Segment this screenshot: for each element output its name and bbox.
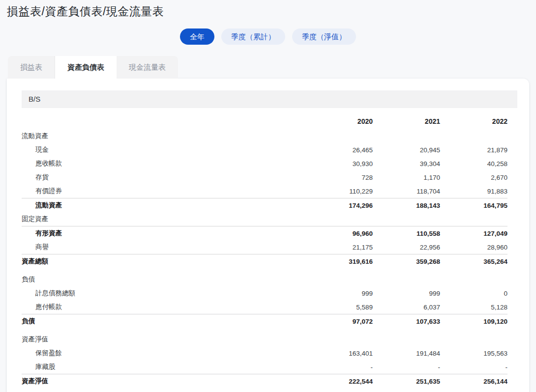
page-title: 損益表/資產負債表/現金流量表 [0,0,536,19]
value-2022: 5,128 [440,304,507,311]
table-row: 負債 [22,273,507,286]
value-2020: 319,616 [305,258,373,265]
value-2020: 21,175 [305,244,373,251]
table-row: 商譽 21,175 22,956 28,960 [22,240,507,254]
tab-income-statement[interactable]: 損益表 [8,56,55,79]
table-row: 資產淨值 [22,333,507,346]
value-2022: - [440,364,507,371]
table-row: 負債 97,072 107,633 109,120 [22,314,507,328]
value-2022: 109,120 [440,318,507,325]
value-2022: 28,960 [440,244,507,251]
table-row: 保留盈餘 163,401 191,484 195,563 [22,346,507,360]
row-label: 庫藏股 [22,363,305,371]
statement-type-bar: B/S [22,90,517,108]
value-2021: 999 [373,290,440,297]
table-row: 現金 26,465 20,945 21,879 [22,143,507,157]
row-label: 存貨 [22,173,305,182]
table-row: 有形資產 96,960 110,558 127,049 [22,226,507,240]
table-row: 資產總額 319,616 359,268 365,264 [22,254,507,268]
value-2020: 5,589 [305,304,373,311]
value-2020: 97,072 [305,318,373,325]
table-row: 存貨 728 1,170 2,670 [22,170,507,184]
row-label: 流動資產 [22,132,305,140]
balance-sheet-table: 2020 2021 2022 流動資產 現金 26,465 20,945 21,… [22,115,517,388]
table-header-row: 2020 2021 2022 [22,115,507,129]
value-2021: 188,143 [373,202,440,209]
table-row: 流動資產 174,296 188,143 164,795 [22,198,507,212]
year-column-header: 2021 [373,117,440,125]
row-label: 資產總額 [22,257,305,266]
value-2022: 40,258 [440,160,507,168]
value-2022: 256,144 [440,378,507,385]
value-2022: 164,795 [440,202,507,209]
table-row: 固定資產 [22,212,507,226]
value-2021: 39,304 [373,160,440,168]
value-2021: 191,484 [373,350,440,357]
period-toggle-full-year[interactable]: 全年 [180,28,214,45]
value-2020: 110,229 [305,188,373,195]
row-label: 應收帳款 [22,159,305,168]
value-2021: 6,037 [373,304,440,311]
row-label: 現金 [22,145,305,154]
value-2020: 26,465 [305,146,373,154]
value-2020: 30,930 [305,160,373,168]
row-label: 應付帳款 [22,303,305,311]
value-2020: 96,960 [305,230,373,237]
row-label: 商譽 [22,243,305,252]
value-2020: 222,544 [305,378,373,385]
table-row: 流動資產 [22,129,507,143]
tab-balance-sheet[interactable]: 資產負債表 [55,56,117,79]
period-toggle-quarter-cumulative[interactable]: 季度（累計） [221,28,285,45]
row-label: 資產淨值 [22,335,305,344]
row-label: 固定資產 [22,215,305,224]
table-body: 流動資產 現金 26,465 20,945 21,879 應收帳款 30,930… [22,129,507,388]
row-label: 資產淨值 [22,377,305,386]
value-2022: 127,049 [440,230,507,237]
value-2022: 365,264 [440,258,507,265]
value-2020: 174,296 [305,202,373,209]
value-2020: 999 [305,290,373,297]
row-label: 計息債務總額 [22,289,305,298]
value-2021: 110,558 [373,230,440,237]
value-2020: - [305,364,373,371]
table-row: 庫藏股 - - - [22,360,507,374]
statement-tabs: 損益表 資產負債表 現金流量表 [8,56,178,79]
page: 損益表/資產負債表/現金流量表 全年 季度（累計） 季度（淨值） 損益表 資產負… [0,0,536,392]
row-label: 有價證券 [22,187,305,196]
row-label: 保留盈餘 [22,349,305,358]
value-2021: 107,633 [373,318,440,325]
year-column-header: 2022 [440,117,507,125]
table-row: 計息債務總額 999 999 0 [22,286,507,300]
value-2021: 251,635 [373,378,440,385]
period-toggle-group: 全年 季度（累計） 季度（淨值） [0,28,536,45]
value-2022: 2,670 [440,174,507,181]
value-2021: 1,170 [373,174,440,181]
value-2020: 163,401 [305,350,373,357]
tab-cash-flow[interactable]: 現金流量表 [117,56,178,79]
period-toggle-quarter-net[interactable]: 季度（淨值） [292,28,356,45]
year-column-header: 2020 [305,117,373,125]
value-2021: 359,268 [373,258,440,265]
value-2021: 22,956 [373,244,440,251]
value-2022: 0 [440,290,507,297]
table-row: 有價證券 110,229 118,704 91,883 [22,184,507,198]
row-label: 負債 [22,317,305,326]
value-2022: 21,879 [440,146,507,154]
row-label: 負債 [22,275,305,284]
row-label: 流動資產 [22,201,305,210]
row-label: 有形資產 [22,229,305,238]
table-row: 應收帳款 30,930 39,304 40,258 [22,157,507,170]
value-2022: 195,563 [440,350,507,357]
value-2021: 20,945 [373,146,440,154]
value-2021: - [373,364,440,371]
value-2022: 91,883 [440,188,507,195]
value-2020: 728 [305,174,373,181]
table-row: 應付帳款 5,589 6,037 5,128 [22,300,507,314]
value-2021: 118,704 [373,188,440,195]
balance-sheet-panel: B/S 2020 2021 2022 流動資產 現金 26,465 20,945… [7,79,529,392]
table-row: 資產淨值 222,544 251,635 256,144 [22,374,507,388]
